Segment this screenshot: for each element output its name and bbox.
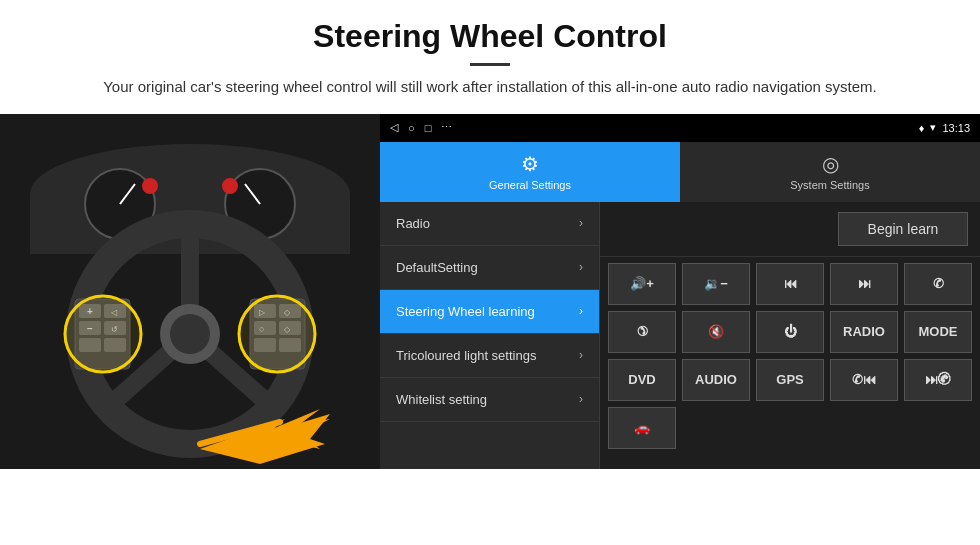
location-icon: ♦ [919, 122, 925, 134]
chevron-right-icon: › [579, 304, 583, 318]
radio-label: RADIO [843, 324, 885, 339]
radio-button[interactable]: RADIO [830, 311, 898, 353]
settings-panel: Begin learn 🔊+ 🔉− ⏮ [600, 202, 980, 469]
hang-up-icon: ✆ [633, 322, 651, 340]
android-ui: ◁ ○ □ ⋯ ♦ ▾ 13:13 ⚙ General Settings ◎ S… [380, 114, 980, 469]
vol-down-icon: 🔉− [704, 276, 728, 291]
time-display: 13:13 [942, 122, 970, 134]
extra-button[interactable]: 🚗 [608, 407, 676, 449]
control-grid: 🔊+ 🔉− ⏮ ⏭ ✆ [600, 257, 980, 455]
page-title: Steering Wheel Control [40, 18, 940, 55]
tab-system-settings[interactable]: ◎ System Settings [680, 142, 980, 202]
system-settings-icon: ◎ [822, 152, 839, 176]
mode-button[interactable]: MODE [904, 311, 972, 353]
control-row-4: 🚗 [608, 407, 972, 449]
nav-dots-icon[interactable]: ⋯ [441, 121, 452, 134]
power-button[interactable]: ⏻ [756, 311, 824, 353]
gps-button[interactable]: GPS [756, 359, 824, 401]
svg-point-8 [222, 178, 238, 194]
steering-wheel-image: + ◁ − ↺ ▷ ◇ ○ ◇ [0, 114, 380, 469]
tab-general-settings[interactable]: ⚙ General Settings [380, 142, 680, 202]
steering-wheel-bg: + ◁ − ↺ ▷ ◇ ○ ◇ [0, 114, 380, 469]
menu-item-default[interactable]: DefaultSetting › [380, 246, 599, 290]
audio-button[interactable]: AUDIO [682, 359, 750, 401]
svg-point-37 [65, 296, 141, 372]
menu-steering-label: Steering Wheel learning [396, 304, 535, 319]
tab-general-label: General Settings [489, 179, 571, 191]
chevron-right-icon: › [579, 392, 583, 406]
tel-prev-button[interactable]: ✆⏮ [830, 359, 898, 401]
next-track-button[interactable]: ⏭ [830, 263, 898, 305]
tel-next-icon: ⏭✆ [925, 372, 951, 387]
menu-item-steering[interactable]: Steering Wheel learning › [380, 290, 599, 334]
menu-item-whitelist[interactable]: Whitelist setting › [380, 378, 599, 422]
mute-button[interactable]: 🔇 [682, 311, 750, 353]
tab-system-label: System Settings [790, 179, 869, 191]
header-divider [470, 63, 510, 66]
begin-learn-row: Begin learn [600, 202, 980, 257]
tab-bar: ⚙ General Settings ◎ System Settings [380, 142, 980, 202]
phone-pick-button[interactable]: ✆ [904, 263, 972, 305]
dvd-button[interactable]: DVD [608, 359, 676, 401]
dvd-label: DVD [628, 372, 655, 387]
nav-home-icon[interactable]: ○ [408, 122, 415, 134]
menu-whitelist-label: Whitelist setting [396, 392, 487, 407]
prev-track-icon: ⏮ [784, 276, 797, 291]
begin-learn-button[interactable]: Begin learn [838, 212, 968, 246]
chevron-right-icon: › [579, 216, 583, 230]
header-description: Your original car's steering wheel contr… [40, 76, 940, 99]
chevron-right-icon: › [579, 348, 583, 362]
menu-item-tricoloured[interactable]: Tricoloured light settings › [380, 334, 599, 378]
control-row-3: DVD AUDIO GPS ✆⏮ ⏭✆ [608, 359, 972, 401]
main-content: + ◁ − ↺ ▷ ◇ ○ ◇ [0, 114, 980, 469]
control-row-1: 🔊+ 🔉− ⏮ ⏭ ✆ [608, 263, 972, 305]
settings-menu: Radio › DefaultSetting › Steering Wheel … [380, 202, 600, 469]
tel-next-button[interactable]: ⏭✆ [904, 359, 972, 401]
mode-label: MODE [919, 324, 958, 339]
wifi-icon: ▾ [930, 121, 936, 134]
svg-point-14 [170, 314, 210, 354]
status-bar: ◁ ○ □ ⋯ ♦ ▾ 13:13 [380, 114, 980, 142]
status-bar-left: ◁ ○ □ ⋯ [390, 121, 452, 134]
vol-up-button[interactable]: 🔊+ [608, 263, 676, 305]
gps-label: GPS [776, 372, 803, 387]
svg-point-7 [142, 178, 158, 194]
menu-radio-label: Radio [396, 216, 430, 231]
control-row-2: ✆ 🔇 ⏻ RADIO MODE [608, 311, 972, 353]
vol-up-icon: 🔊+ [630, 276, 654, 291]
mute-icon: 🔇 [708, 324, 724, 339]
tel-prev-icon: ✆⏮ [852, 372, 876, 387]
page-header: Steering Wheel Control Your original car… [0, 0, 980, 109]
nav-square-icon[interactable]: □ [425, 122, 432, 134]
next-track-icon: ⏭ [858, 276, 871, 291]
svg-point-38 [239, 296, 315, 372]
vol-down-button[interactable]: 🔉− [682, 263, 750, 305]
car-icon: 🚗 [634, 420, 650, 435]
prev-track-button[interactable]: ⏮ [756, 263, 824, 305]
settings-content: Radio › DefaultSetting › Steering Wheel … [380, 202, 980, 469]
chevron-right-icon: › [579, 260, 583, 274]
power-icon: ⏻ [784, 324, 797, 339]
menu-tricoloured-label: Tricoloured light settings [396, 348, 536, 363]
status-bar-right: ♦ ▾ 13:13 [919, 121, 970, 134]
audio-label: AUDIO [695, 372, 737, 387]
steering-wheel-section: + ◁ − ↺ ▷ ◇ ○ ◇ [0, 114, 380, 469]
nav-back-icon[interactable]: ◁ [390, 121, 398, 134]
hang-up-button[interactable]: ✆ [608, 311, 676, 353]
phone-icon: ✆ [933, 276, 944, 291]
menu-default-label: DefaultSetting [396, 260, 478, 275]
general-settings-icon: ⚙ [521, 152, 539, 176]
menu-item-radio[interactable]: Radio › [380, 202, 599, 246]
